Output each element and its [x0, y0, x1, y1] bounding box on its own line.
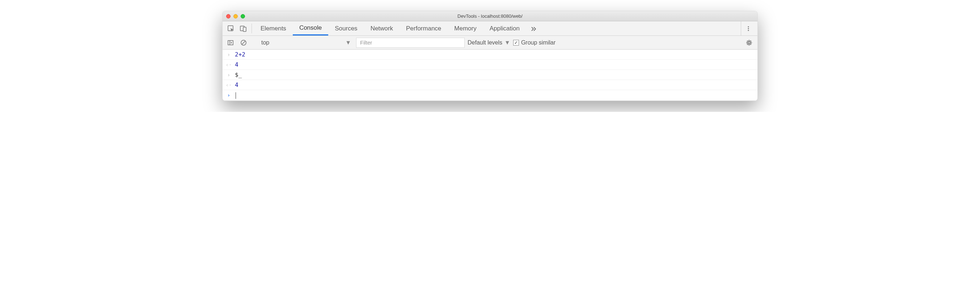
console-row-content: 2+2	[235, 51, 754, 58]
console-row-content: 4	[235, 81, 754, 88]
console-row-input: ›$_	[223, 70, 757, 80]
tab-elements[interactable]: Elements	[254, 21, 293, 35]
filter-placeholder: Filter	[360, 40, 372, 46]
window-title: DevTools - localhost:8080/web/	[223, 13, 757, 19]
svg-rect-2	[243, 27, 246, 32]
log-levels-selector[interactable]: Default levels ▼	[468, 40, 510, 46]
tab-memory[interactable]: Memory	[448, 21, 483, 35]
svg-point-5	[748, 30, 749, 31]
svg-line-9	[242, 41, 245, 45]
dropdown-icon: ▼	[504, 40, 510, 46]
dropdown-icon: ▼	[345, 40, 351, 46]
svg-point-4	[748, 28, 749, 29]
console-settings-icon[interactable]	[744, 39, 754, 46]
input-marker-icon: ›	[226, 52, 231, 57]
tabs-container: ElementsConsoleSourcesNetworkPerformance…	[254, 21, 526, 35]
log-levels-label: Default levels	[468, 40, 502, 46]
console-row-content	[235, 92, 754, 99]
tab-sources[interactable]: Sources	[328, 21, 364, 35]
output-marker-icon: ‹·	[226, 62, 231, 68]
console-toolbar: top ▼ Filter Default levels ▼ ✓ Group si…	[223, 36, 757, 49]
context-selector-label: top	[261, 40, 269, 46]
console-row-content: $_	[235, 71, 754, 78]
tab-console[interactable]: Console	[293, 21, 328, 35]
group-similar-label: Group similar	[521, 40, 555, 46]
prompt-marker-icon: ›	[226, 92, 231, 98]
svg-point-3	[748, 26, 749, 27]
console-row-output: ‹·4	[223, 60, 757, 70]
filter-input[interactable]: Filter	[356, 38, 465, 48]
group-similar-toggle[interactable]: ✓ Group similar	[513, 40, 555, 46]
console-output[interactable]: ›2+2‹·4›$_‹·4›	[223, 49, 757, 101]
tabbar: ElementsConsoleSourcesNetworkPerformance…	[223, 21, 757, 36]
tab-application[interactable]: Application	[483, 21, 526, 35]
context-selector[interactable]: top ▼	[259, 40, 353, 46]
console-row-content: 4	[235, 61, 754, 68]
inspect-element-icon[interactable]	[225, 21, 237, 35]
device-toggle-icon[interactable]	[237, 21, 249, 35]
settings-menu-icon[interactable]	[741, 21, 755, 35]
cursor	[235, 92, 236, 99]
toggle-sidebar-icon[interactable]	[226, 38, 235, 48]
tab-network[interactable]: Network	[364, 21, 399, 35]
input-marker-icon: ›	[226, 72, 231, 78]
console-row-output: ‹·4	[223, 80, 757, 90]
divider	[251, 24, 252, 33]
clear-console-icon[interactable]	[239, 38, 249, 48]
output-marker-icon: ‹·	[226, 82, 231, 88]
more-tabs-icon[interactable]	[526, 21, 541, 35]
console-row-input: ›2+2	[223, 49, 757, 60]
devtools-window: DevTools - localhost:8080/web/ ElementsC…	[222, 11, 758, 101]
titlebar: DevTools - localhost:8080/web/	[223, 11, 757, 21]
tab-performance[interactable]: Performance	[399, 21, 448, 35]
console-row-prompt: ›	[223, 90, 757, 101]
checkbox-icon: ✓	[513, 40, 519, 46]
svg-rect-6	[228, 41, 233, 45]
